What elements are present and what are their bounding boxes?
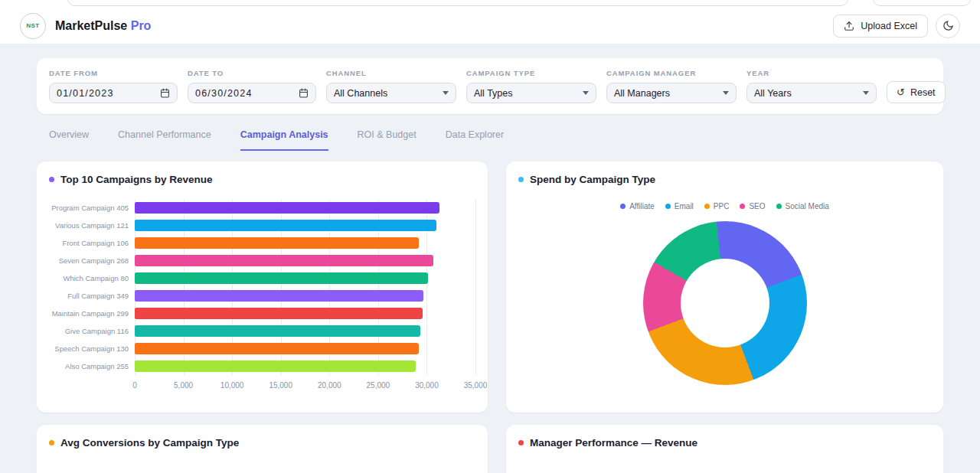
bar-category-label: Which Campaign 80 <box>49 269 135 287</box>
channel-select[interactable]: All Channels <box>326 83 456 103</box>
calendar-icon[interactable] <box>160 88 170 98</box>
upload-excel-label: Upload Excel <box>861 21 917 31</box>
bar-category-label: Various Campaign 121 <box>49 217 135 234</box>
legend-item: Email <box>665 202 694 210</box>
bar-row <box>135 252 475 269</box>
bar-category-label: Maintain Campaign 299 <box>49 305 135 322</box>
filter-campaign-manager: CAMPAIGN MANAGER All Managers <box>606 69 737 103</box>
legend-item: SEO <box>740 202 765 210</box>
bar <box>135 202 439 214</box>
filter-year: YEAR All Years <box>746 69 877 103</box>
year-select[interactable]: All Years <box>746 83 877 103</box>
reset-label: Reset <box>910 87 936 98</box>
tab-campaign-analysis[interactable]: Campaign Analysis <box>240 129 328 151</box>
tab-overview[interactable]: Overview <box>49 129 89 151</box>
chevron-down-icon <box>443 91 449 95</box>
bar-row <box>135 217 475 234</box>
channel-value: All Channels <box>334 88 387 99</box>
moon-icon <box>942 20 954 31</box>
legend-label: Social Media <box>786 202 829 210</box>
bar-row <box>135 322 475 340</box>
card-dot <box>518 177 524 182</box>
chevron-down-icon <box>863 91 869 95</box>
card-dot <box>49 440 54 445</box>
filter-date-to: DATE TO 06/30/2024 <box>188 69 316 103</box>
campaign-manager-select[interactable]: All Managers <box>606 83 737 103</box>
app-title-accent: Pro <box>131 19 152 32</box>
campaign-type-select[interactable]: All Types <box>466 83 596 103</box>
browser-chrome-remnant <box>0 0 980 8</box>
date-from-input[interactable]: 01/01/2023 <box>49 83 178 103</box>
legend-dot <box>740 204 745 209</box>
upload-icon <box>844 21 854 31</box>
bar-category-label: Also Campaign 255 <box>49 357 135 375</box>
bar-row <box>135 340 475 357</box>
theme-toggle-button[interactable] <box>936 14 960 38</box>
bar-category-label: Full Campaign 349 <box>49 287 135 305</box>
filter-label: CAMPAIGN MANAGER <box>606 69 737 77</box>
bar <box>135 360 416 372</box>
donut-legend: AffiliateEmailPPCSEOSocial Media <box>518 202 931 210</box>
bar <box>135 343 419 354</box>
bar <box>135 290 423 302</box>
legend-dot <box>620 204 626 209</box>
filter-date-from: DATE FROM 01/01/2023 <box>49 69 178 103</box>
reset-button[interactable]: ↺ Reset <box>887 81 946 103</box>
bar-row <box>135 199 475 217</box>
chevron-down-icon <box>723 91 729 95</box>
card-spend-by-type: Spend by Campaign Type AffiliateEmailPPC… <box>506 161 943 413</box>
legend-label: Email <box>675 202 694 210</box>
card-top-campaigns: Top 10 Campaigns by Revenue Program Camp… <box>37 161 488 413</box>
page-title: MarketPulse Pro <box>55 19 151 33</box>
hbar-plot: 05,00010,00015,00020,00025,00030,00035,0… <box>135 199 475 393</box>
bar <box>135 237 419 249</box>
calendar-icon[interactable] <box>299 88 309 98</box>
bar-category-label: Front Campaign 106 <box>49 234 135 252</box>
date-from-value: 01/01/2023 <box>57 88 114 99</box>
bar <box>135 220 436 231</box>
card-title: Top 10 Campaigns by Revenue <box>60 174 213 185</box>
bar-chart: Program Campaign 405Various Campaign 121… <box>49 199 475 393</box>
filter-campaign-type: CAMPAIGN TYPE All Types <box>466 69 596 103</box>
legend-dot <box>665 204 671 209</box>
bar-category-label: Seven Campaign 268 <box>49 252 135 269</box>
upload-excel-button[interactable]: Upload Excel <box>833 15 928 38</box>
tab-channel-performance[interactable]: Channel Performance <box>118 129 211 151</box>
legend-item: Affiliate <box>620 202 655 210</box>
tab-roi-budget[interactable]: ROI & Budget <box>358 129 416 151</box>
bar-row <box>135 287 475 305</box>
hbar-rows <box>135 199 475 375</box>
date-to-input[interactable]: 06/30/2024 <box>188 83 316 103</box>
donut-hole <box>681 259 769 347</box>
toolbar-remnant <box>873 0 971 6</box>
gridline <box>475 199 476 375</box>
legend-dot <box>704 204 710 209</box>
filter-bar: DATE FROM 01/01/2023 DATE TO 06/30/2024 … <box>37 58 943 114</box>
campaign-type-value: All Types <box>474 88 513 99</box>
x-tick-label: 30,000 <box>415 381 439 390</box>
year-value: All Years <box>754 88 792 99</box>
legend-item: PPC <box>704 202 730 210</box>
chevron-down-icon <box>583 91 589 95</box>
card-manager-revenue: Manager Performance — Revenue 1,200,000 <box>506 425 943 473</box>
x-tick-label: 35,000 <box>464 381 488 390</box>
x-tick-label: 0 <box>132 381 137 390</box>
bar-category-label: Speech Campaign 130 <box>49 340 135 357</box>
card-title: Avg Conversions by Campaign Type <box>60 437 239 449</box>
bar <box>135 308 423 319</box>
filter-label: CAMPAIGN TYPE <box>466 69 596 77</box>
reset-icon: ↺ <box>897 87 905 97</box>
tab-data-explorer[interactable]: Data Explorer <box>446 129 504 151</box>
bar-row <box>135 357 475 375</box>
address-bar-remnant <box>67 0 848 6</box>
card-title: Spend by Campaign Type <box>530 174 655 185</box>
card-dot <box>49 177 54 182</box>
filter-label: DATE FROM <box>49 69 178 77</box>
donut-chart <box>643 221 807 385</box>
card-dot <box>518 440 524 445</box>
bar <box>135 325 420 337</box>
bar-row <box>135 305 475 322</box>
filter-label: CHANNEL <box>326 69 456 77</box>
x-tick-label: 25,000 <box>367 381 390 390</box>
filter-label: YEAR <box>746 69 877 77</box>
